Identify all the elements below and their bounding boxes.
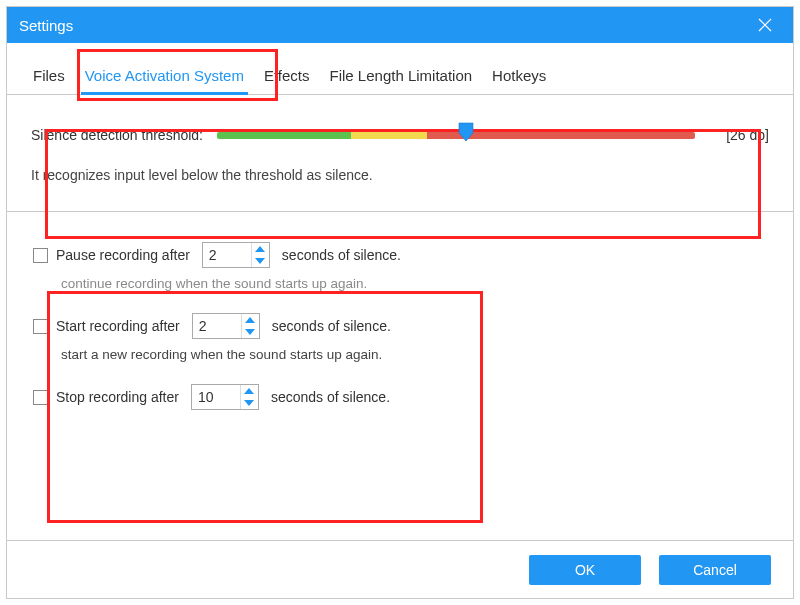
start-option-row: Start recording after 2 seconds of silen… (33, 313, 767, 339)
slider-thumb-icon[interactable] (457, 121, 475, 143)
stop-suffix: seconds of silence. (271, 389, 390, 405)
ok-button[interactable]: OK (529, 555, 641, 585)
svg-marker-4 (245, 317, 255, 323)
recording-options-section: Pause recording after 2 seconds of silen… (7, 212, 793, 444)
threshold-section: Silence detection threshold: [26 db] (7, 95, 793, 212)
tabs-bar: Files Voice Activation System Effects Fi… (7, 43, 793, 95)
cancel-button[interactable]: Cancel (659, 555, 771, 585)
spinner-up-icon[interactable] (252, 243, 269, 255)
svg-marker-7 (244, 400, 254, 406)
start-checkbox[interactable] (33, 319, 48, 334)
start-seconds-value[interactable]: 2 (193, 314, 241, 338)
svg-marker-2 (255, 246, 265, 252)
threshold-description: It recognizes input level below the thre… (31, 167, 769, 183)
tab-effects[interactable]: Effects (258, 59, 316, 94)
svg-marker-5 (245, 329, 255, 335)
pause-checkbox[interactable] (33, 248, 48, 263)
stop-checkbox[interactable] (33, 390, 48, 405)
pause-hint: continue recording when the sound starts… (61, 276, 767, 291)
pause-seconds-spinner[interactable]: 2 (202, 242, 270, 268)
settings-dialog: Settings Files Voice Activation System E… (6, 6, 794, 599)
stop-option-row: Stop recording after 10 seconds of silen… (33, 384, 767, 410)
window-title: Settings (19, 17, 73, 34)
pause-seconds-value[interactable]: 2 (203, 243, 251, 267)
pause-option-row: Pause recording after 2 seconds of silen… (33, 242, 767, 268)
tab-file-length-limit[interactable]: File Length Limitation (324, 59, 479, 94)
start-seconds-spinner[interactable]: 2 (192, 313, 260, 339)
spinner-up-icon[interactable] (241, 385, 258, 397)
spinner-up-icon[interactable] (242, 314, 259, 326)
svg-marker-6 (244, 388, 254, 394)
spinner-down-icon[interactable] (252, 255, 269, 267)
stop-seconds-spinner[interactable]: 10 (191, 384, 259, 410)
spinner-down-icon[interactable] (241, 397, 258, 409)
title-bar: Settings (7, 7, 793, 43)
close-icon[interactable] (745, 7, 785, 43)
threshold-value: [26 db] (709, 127, 769, 143)
threshold-slider[interactable] (217, 125, 695, 145)
tab-hotkeys[interactable]: Hotkeys (486, 59, 552, 94)
tab-files[interactable]: Files (27, 59, 71, 94)
pause-prefix: Pause recording after (56, 247, 190, 263)
start-suffix: seconds of silence. (272, 318, 391, 334)
dialog-footer: OK Cancel (7, 540, 793, 598)
tab-voice-activation[interactable]: Voice Activation System (79, 59, 250, 94)
stop-seconds-value[interactable]: 10 (192, 385, 240, 409)
threshold-label: Silence detection threshold: (31, 127, 203, 143)
pause-suffix: seconds of silence. (282, 247, 401, 263)
start-prefix: Start recording after (56, 318, 180, 334)
spinner-down-icon[interactable] (242, 326, 259, 338)
start-hint: start a new recording when the sound sta… (61, 347, 767, 362)
stop-prefix: Stop recording after (56, 389, 179, 405)
svg-marker-3 (255, 258, 265, 264)
